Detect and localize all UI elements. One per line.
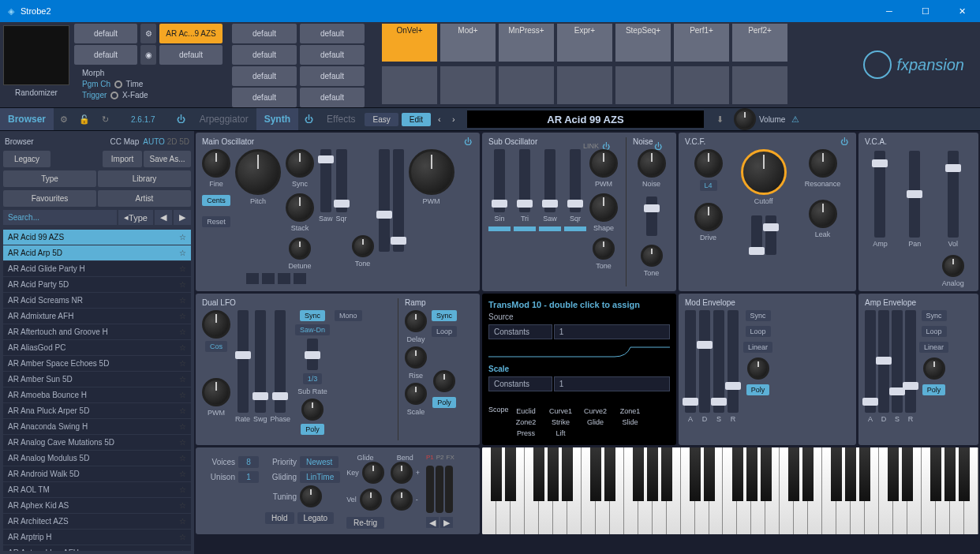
pwm-knob[interactable] bbox=[202, 378, 230, 406]
randomizer-display[interactable] bbox=[3, 25, 69, 85]
wheel[interactable] bbox=[436, 466, 443, 513]
prev-button[interactable]: ◀ bbox=[155, 210, 172, 225]
analog-knob[interactable] bbox=[942, 255, 964, 277]
preset-item[interactable]: AR Aphex Kid AS☆ bbox=[3, 498, 191, 514]
hold-button[interactable]: Hold bbox=[265, 512, 294, 524]
black-key[interactable] bbox=[491, 447, 502, 501]
modslot[interactable]: Expr+ bbox=[557, 24, 612, 62]
modslot[interactable] bbox=[674, 66, 729, 104]
wave-icon[interactable] bbox=[262, 273, 275, 284]
scope-item[interactable]: Curve1 bbox=[544, 406, 578, 417]
modslot[interactable]: Mod+ bbox=[440, 24, 496, 62]
preset-slot[interactable]: default bbox=[300, 66, 365, 86]
preset-item[interactable]: AR Amber Sun 5D☆ bbox=[3, 372, 191, 387]
d-slider[interactable] bbox=[878, 310, 889, 413]
modslot[interactable]: Perf1+ bbox=[674, 24, 729, 62]
phase-slider[interactable] bbox=[275, 310, 286, 413]
fx-button[interactable]: FX bbox=[447, 454, 454, 461]
black-key[interactable] bbox=[548, 447, 559, 501]
preset-item[interactable]: AR Admixture AFH☆ bbox=[3, 309, 191, 324]
transmod-header[interactable]: TransMod 10 - double click to assign bbox=[488, 300, 670, 309]
slider[interactable] bbox=[307, 339, 318, 370]
sin-slider[interactable] bbox=[494, 149, 505, 212]
drive-knob[interactable] bbox=[694, 203, 723, 231]
rise-knob[interactable] bbox=[405, 346, 427, 369]
preset-item[interactable]: AR Acid Screams NR☆ bbox=[3, 293, 191, 309]
favourites-button[interactable]: Favourites bbox=[3, 190, 96, 207]
warning-icon[interactable]: ⚠ bbox=[785, 114, 806, 125]
scope-item[interactable]: Slide bbox=[613, 417, 648, 428]
xfade-radio[interactable] bbox=[110, 92, 118, 99]
linear-button[interactable]: Linear bbox=[919, 342, 948, 353]
modslot[interactable] bbox=[440, 66, 496, 104]
black-key[interactable] bbox=[746, 447, 757, 501]
tri-slider[interactable] bbox=[519, 149, 530, 212]
next-preset-button[interactable]: › bbox=[447, 112, 461, 126]
modslot[interactable]: StepSeq+ bbox=[615, 24, 671, 62]
sync-button[interactable]: Sync bbox=[300, 310, 325, 321]
a-slider[interactable] bbox=[865, 310, 876, 413]
priority-value[interactable]: Newest bbox=[300, 456, 339, 468]
cos-knob[interactable] bbox=[202, 310, 230, 339]
r-slider[interactable] bbox=[728, 310, 739, 413]
scope-item[interactable]: Lift bbox=[544, 428, 578, 439]
slider[interactable] bbox=[393, 149, 404, 252]
r-slider[interactable] bbox=[905, 310, 916, 413]
power-icon[interactable]: ⏻ bbox=[840, 137, 850, 147]
preset-item[interactable]: AR Android Walk 5D☆ bbox=[3, 466, 191, 482]
modslot[interactable] bbox=[732, 66, 787, 104]
poly-button[interactable]: Poly bbox=[746, 384, 770, 395]
vel-knob[interactable] bbox=[360, 488, 382, 511]
artist-button[interactable]: Artist bbox=[98, 190, 191, 207]
third-button[interactable]: 1/3 bbox=[303, 373, 323, 384]
save-as-button[interactable]: Save As... bbox=[144, 151, 191, 167]
scope-item[interactable]: Press bbox=[509, 428, 544, 439]
reset-button[interactable]: Reset bbox=[202, 216, 230, 227]
voices-value[interactable]: 8 bbox=[238, 456, 259, 468]
l4-knob[interactable] bbox=[694, 149, 723, 178]
sync-button[interactable]: Sync bbox=[432, 310, 457, 321]
sawdn-button[interactable]: Saw-Dn bbox=[295, 324, 330, 335]
preset-slot[interactable]: default bbox=[300, 88, 365, 107]
auto-button[interactable]: AUTO bbox=[143, 137, 165, 146]
maximize-button[interactable]: ☐ bbox=[907, 0, 944, 22]
black-key[interactable] bbox=[633, 447, 644, 501]
black-key[interactable] bbox=[690, 447, 701, 501]
black-key[interactable] bbox=[944, 447, 956, 501]
vol-slider[interactable] bbox=[948, 151, 959, 238]
black-key[interactable] bbox=[888, 447, 899, 501]
poly-knob[interactable] bbox=[747, 357, 769, 380]
preset-item[interactable]: AR Architect AZS☆ bbox=[3, 514, 191, 530]
preset-item[interactable]: AR AliasGod PC☆ bbox=[3, 340, 191, 356]
scale-select[interactable]: Constants bbox=[488, 376, 552, 391]
delay-knob[interactable] bbox=[405, 310, 427, 332]
modslot[interactable] bbox=[557, 66, 612, 104]
2d-button[interactable]: 2D bbox=[167, 137, 178, 146]
mono-button[interactable]: Mono bbox=[335, 310, 362, 321]
arpeggiator-tab[interactable]: Arpeggiator bbox=[192, 108, 256, 130]
fine-knob[interactable] bbox=[202, 149, 230, 178]
type-nav-button[interactable]: ◂ Type bbox=[118, 210, 153, 225]
scope-item[interactable]: Euclid bbox=[509, 406, 544, 417]
amp-slider[interactable] bbox=[874, 151, 885, 238]
black-key[interactable] bbox=[505, 447, 516, 501]
tuning-knob[interactable] bbox=[300, 485, 322, 507]
prev-preset-button[interactable]: ‹ bbox=[432, 112, 447, 126]
modslot[interactable] bbox=[615, 66, 671, 104]
preset-item[interactable]: AR Aftertouch and Groove H☆ bbox=[3, 324, 191, 340]
swg-slider[interactable] bbox=[255, 310, 266, 413]
scope-item[interactable]: Zone2 bbox=[509, 417, 544, 428]
loop-button[interactable]: Loop bbox=[432, 326, 457, 337]
sync-button[interactable]: Sync bbox=[746, 310, 771, 321]
preset-slot[interactable]: default bbox=[232, 24, 297, 43]
black-key[interactable] bbox=[590, 447, 601, 501]
tone-knob[interactable] bbox=[593, 238, 615, 260]
trigger-label[interactable]: Trigger bbox=[82, 91, 107, 99]
preset-item[interactable]: AR Acid Party 5D☆ bbox=[3, 277, 191, 293]
slider[interactable] bbox=[765, 215, 776, 255]
preset-slot[interactable]: default bbox=[300, 45, 365, 65]
preset-item[interactable]: AR Acid Glide Party H☆ bbox=[3, 261, 191, 277]
preset-gear-icon[interactable]: ⚙ bbox=[140, 24, 156, 43]
poly-knob[interactable] bbox=[301, 399, 324, 421]
preset-name-display[interactable]: AR Acid 99 AZS bbox=[467, 110, 704, 128]
